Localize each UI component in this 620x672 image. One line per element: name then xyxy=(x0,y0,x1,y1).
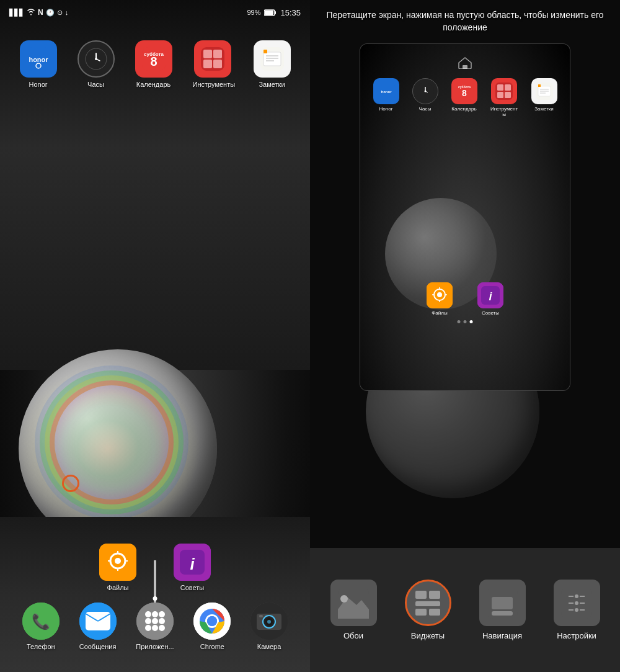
app-tips[interactable]: i Советы xyxy=(174,544,211,591)
tips-label: Советы xyxy=(180,584,204,591)
preview-calendar-icon: суббота 8 xyxy=(451,78,477,104)
svg-point-49 xyxy=(152,625,158,631)
settings-svg-icon xyxy=(561,588,592,619)
page-dot-indicator xyxy=(62,475,79,492)
action-bar: Обои Виджеты xyxy=(310,548,620,672)
svg-rect-62 xyxy=(463,65,467,69)
preview-app-calendar: суббота 8 Календарь xyxy=(451,78,477,117)
navigation-svg-icon xyxy=(487,588,518,619)
preview-tips-label: Советы xyxy=(482,310,499,316)
right-panel: Перетащите экран, нажимая на пустую обла… xyxy=(310,0,620,672)
svg-point-105 xyxy=(575,601,578,605)
preview-app-grid: honor Honor Часы суббота 8 К xyxy=(360,75,570,120)
preview-dot-1 xyxy=(458,320,461,323)
app-files[interactable]: Файлы xyxy=(99,544,136,591)
preview-tips: i Советы xyxy=(477,282,503,316)
action-settings[interactable]: Настройки xyxy=(554,580,600,640)
svg-point-10 xyxy=(95,58,97,60)
svg-point-68 xyxy=(424,91,426,92)
camera-icon-img xyxy=(250,603,288,640)
phone-icon-img: 📞 xyxy=(22,603,60,640)
svg-rect-79 xyxy=(538,84,541,87)
app-clock[interactable]: Часы xyxy=(78,40,115,88)
wifi-icon xyxy=(27,8,35,17)
preview-clock-icon xyxy=(412,78,438,104)
preview-dot-2 xyxy=(464,320,467,323)
left-panel: ▋▋▋ N 🕐 ⊙ ↓ 99% 15:35 xyxy=(0,0,310,672)
clock-label: Часы xyxy=(87,81,104,88)
app-tools[interactable]: Инструменты xyxy=(193,40,233,88)
svg-rect-73 xyxy=(497,84,503,91)
preview-app-tools: Инструмент ы xyxy=(490,78,518,117)
apps-label: Приложен... xyxy=(136,643,174,650)
svg-rect-18 xyxy=(213,60,222,68)
n-icon: N xyxy=(38,8,43,17)
calendar-icon-img: суббота 8 xyxy=(135,40,172,78)
phone-preview: honor Honor Часы суббота 8 К xyxy=(360,43,570,391)
clock-status-icon: 🕐 xyxy=(46,9,55,17)
download-icon: ↓ xyxy=(65,9,69,16)
bottom-row-apps: Файлы i Советы xyxy=(0,544,310,591)
svg-rect-20 xyxy=(264,52,281,66)
svg-rect-61 xyxy=(259,615,263,617)
svg-point-50 xyxy=(159,625,165,631)
status-icons-left: ▋▋▋ N 🕐 ⊙ ↓ xyxy=(9,8,68,17)
notes-icon-img xyxy=(254,40,291,78)
dock-phone[interactable]: 📞 Телефон xyxy=(22,603,60,650)
svg-rect-97 xyxy=(415,601,440,606)
signal-icon: ▋▋▋ xyxy=(9,9,24,17)
svg-point-27 xyxy=(115,558,121,564)
dock-messages[interactable]: Сообщения xyxy=(79,603,117,650)
apps-icon-img xyxy=(136,603,174,640)
preview-clock-label: Часы xyxy=(419,106,432,112)
svg-point-47 xyxy=(159,618,165,624)
status-right: 99% 15:35 xyxy=(247,8,301,17)
battery-percent: 99% xyxy=(247,9,260,16)
svg-rect-75 xyxy=(497,92,503,98)
svg-point-44 xyxy=(159,611,165,617)
app-notes[interactable]: Заметки xyxy=(254,40,291,88)
action-wallpaper[interactable]: Обои xyxy=(330,580,377,640)
app-calendar[interactable]: суббота 8 Календарь xyxy=(135,40,172,88)
svg-rect-102 xyxy=(492,611,513,616)
svg-point-55 xyxy=(207,616,217,626)
chrome-icon-img xyxy=(193,603,231,640)
dock-camera[interactable]: Камера xyxy=(250,603,288,650)
app-honor[interactable]: honor Honor xyxy=(20,40,57,88)
preview-app-honor: honor Honor xyxy=(373,78,399,117)
svg-rect-101 xyxy=(492,597,513,609)
widgets-svg-icon xyxy=(412,588,443,619)
preview-calendar-label: Календарь xyxy=(451,106,476,112)
preview-notes-label: Заметки xyxy=(534,106,554,112)
phone-label: Телефон xyxy=(27,643,55,650)
svg-rect-96 xyxy=(429,591,440,599)
widgets-label: Виджеты xyxy=(411,631,445,640)
preview-files-label: Файлы xyxy=(432,310,447,316)
svg-rect-98 xyxy=(415,609,427,616)
preview-dots xyxy=(458,320,473,323)
time-display: 15:35 xyxy=(280,8,301,17)
svg-point-60 xyxy=(267,620,271,624)
tips-icon-img: i xyxy=(174,544,211,581)
svg-point-104 xyxy=(575,594,578,598)
messages-label: Сообщения xyxy=(79,643,117,650)
svg-text:8: 8 xyxy=(150,55,157,68)
action-widgets[interactable]: Виджеты xyxy=(405,580,451,640)
action-navigation[interactable]: Навигация xyxy=(479,580,526,640)
dock-chrome[interactable]: Chrome xyxy=(193,603,231,650)
honor-icon: honor xyxy=(20,40,57,78)
preview-app-notes: Заметки xyxy=(531,78,557,117)
svg-text:i: i xyxy=(190,555,195,573)
wallpaper-icon-box xyxy=(330,580,377,626)
dock-apps[interactable]: Приложен... xyxy=(136,603,174,650)
preview-bottom-row: Файлы i Советы xyxy=(360,282,570,316)
svg-text:8: 8 xyxy=(462,88,467,98)
files-label: Файлы xyxy=(107,584,129,591)
preview-app-clock: Часы xyxy=(412,78,438,117)
svg-rect-74 xyxy=(505,84,511,91)
svg-point-106 xyxy=(575,608,578,612)
settings-label: Настройки xyxy=(557,631,596,640)
settings-icon-box xyxy=(554,580,600,626)
svg-point-94 xyxy=(340,595,348,603)
svg-rect-21 xyxy=(264,50,267,53)
